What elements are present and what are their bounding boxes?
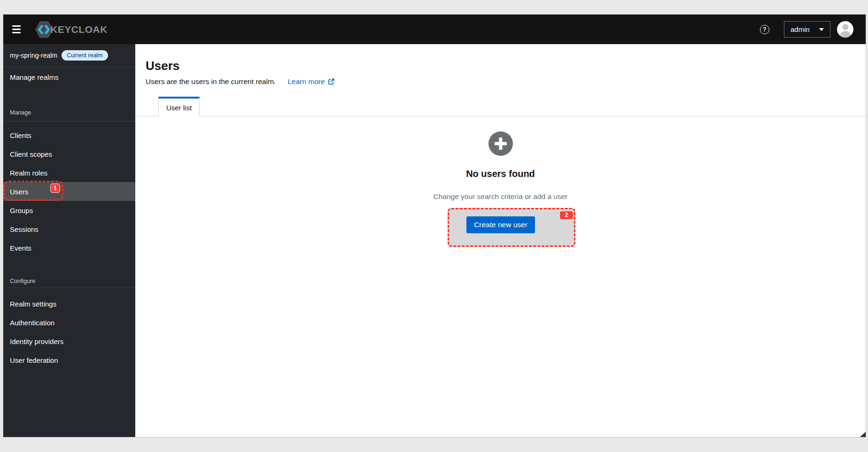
brand-text: KEYCLOAK	[50, 24, 108, 35]
caret-down-icon	[819, 28, 824, 31]
page-description-row: Users are the users in the current realm…	[146, 77, 334, 87]
realm-name: my-spring-realm	[10, 52, 57, 59]
resize-corner-icon	[860, 432, 866, 437]
user-avatar[interactable]	[837, 21, 853, 38]
sidebar-item-realm-roles[interactable]: Realm roles	[3, 163, 135, 182]
external-link-icon	[328, 78, 334, 85]
user-menu-label: admin	[790, 25, 810, 33]
realm-switcher[interactable]: my-spring-realm Current realm	[3, 44, 135, 67]
empty-state-title: No users found	[135, 169, 866, 179]
sidebar-item-identity-providers[interactable]: Identity providers	[3, 332, 135, 351]
sidebar-item-user-federation[interactable]: User federation	[3, 351, 135, 369]
help-icon: ?	[763, 26, 766, 33]
hamburger-icon	[12, 25, 21, 27]
sidebar-item-events[interactable]: Events	[3, 238, 135, 257]
avatar-icon	[842, 24, 848, 30]
sidebar-item-sessions[interactable]: Sessions	[3, 220, 135, 238]
sidebar-item-realm-settings[interactable]: Realm settings	[3, 294, 135, 313]
sidebar-item-manage-realms[interactable]: Manage realms	[3, 67, 135, 87]
sidebar-item-clients[interactable]: Clients	[3, 126, 135, 145]
sidebar-item-client-scopes[interactable]: Client scopes	[3, 145, 135, 163]
sidebar: my-spring-realm Current realm Manage rea…	[3, 44, 135, 437]
sidebar-toggle-button[interactable]	[9, 22, 24, 37]
current-realm-badge: Current realm	[62, 50, 108, 61]
user-menu-dropdown[interactable]: admin	[784, 21, 830, 38]
app-window: KEYCLOAK ? admin my-spring-realm Current…	[3, 15, 866, 437]
tab-bar: User list	[135, 97, 866, 116]
divider	[3, 288, 135, 288]
sidebar-nav-manage: Clients Client scopes Realm roles Users …	[3, 126, 135, 257]
learn-more-link[interactable]: Learn more	[287, 77, 334, 87]
help-button[interactable]: ?	[760, 25, 769, 34]
tab-user-list[interactable]: User list	[158, 97, 200, 116]
sidebar-section-configure: Configure	[3, 277, 135, 285]
main-content: Users Users are the users in the current…	[135, 44, 866, 437]
plus-circle-icon	[488, 131, 513, 156]
empty-state-description: Change your search criteria or add a use…	[135, 192, 866, 202]
sidebar-nav-configure: Realm settings Authentication Identity p…	[3, 294, 135, 369]
page-description: Users are the users in the current realm…	[146, 77, 276, 87]
annotation-badge-2: 2	[559, 211, 574, 220]
sidebar-item-groups[interactable]: Groups	[3, 201, 135, 220]
divider	[3, 121, 135, 122]
annotation-region-2: Create new user 2	[448, 208, 575, 247]
sidebar-item-users[interactable]: Users	[3, 182, 135, 201]
keycloak-logo[interactable]: KEYCLOAK	[34, 19, 108, 40]
sidebar-item-authentication[interactable]: Authentication	[3, 313, 135, 332]
sidebar-section-manage: Manage	[3, 109, 135, 116]
masthead: KEYCLOAK ? admin	[3, 15, 866, 44]
masthead-actions: ? admin	[760, 21, 853, 38]
page-title: Users	[146, 59, 179, 73]
create-new-user-button[interactable]: Create new user	[466, 216, 535, 233]
